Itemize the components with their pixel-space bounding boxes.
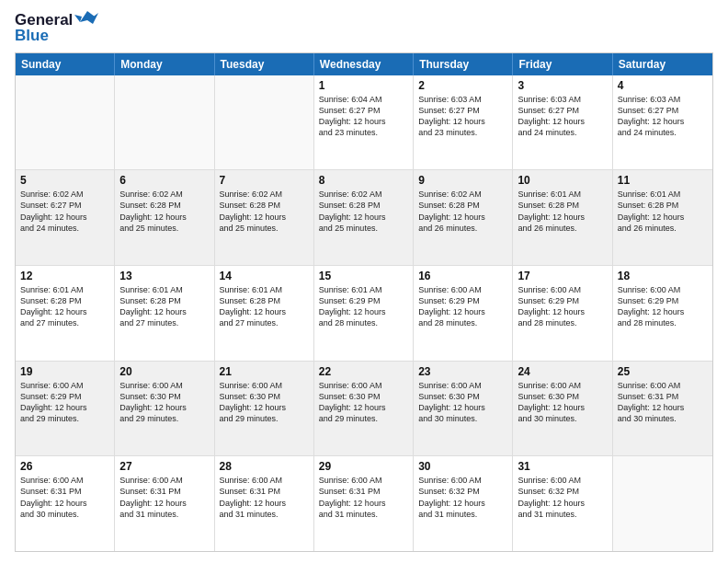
day-info: Sunrise: 6:00 AM Sunset: 6:29 PM Dayligh… [518, 284, 607, 329]
calendar-row-1: 5Sunrise: 6:02 AM Sunset: 6:27 PM Daylig… [16, 169, 712, 265]
day-info: Sunrise: 6:01 AM Sunset: 6:29 PM Dayligh… [319, 284, 408, 329]
day-info: Sunrise: 6:00 AM Sunset: 6:32 PM Dayligh… [518, 475, 607, 520]
day-cell-9: 9Sunrise: 6:02 AM Sunset: 6:28 PM Daylig… [414, 170, 513, 265]
empty-cell [16, 75, 115, 170]
day-info: Sunrise: 6:00 AM Sunset: 6:31 PM Dayligh… [119, 475, 209, 520]
day-cell-28: 28Sunrise: 6:00 AM Sunset: 6:31 PM Dayli… [215, 456, 314, 551]
day-number: 4 [618, 79, 708, 92]
day-number: 26 [20, 460, 109, 473]
empty-cell [613, 456, 712, 551]
header-day-wednesday: Wednesday [314, 53, 414, 75]
day-number: 22 [319, 365, 408, 378]
day-info: Sunrise: 6:01 AM Sunset: 6:28 PM Dayligh… [119, 284, 209, 329]
day-cell-16: 16Sunrise: 6:00 AM Sunset: 6:29 PM Dayli… [414, 266, 513, 361]
logo: General Blue [15, 11, 98, 45]
day-number: 7 [220, 174, 309, 187]
header-day-saturday: Saturday [613, 53, 712, 75]
day-cell-15: 15Sunrise: 6:01 AM Sunset: 6:29 PM Dayli… [314, 266, 414, 361]
day-number: 15 [319, 270, 408, 282]
day-cell-13: 13Sunrise: 6:01 AM Sunset: 6:28 PM Dayli… [115, 266, 214, 361]
calendar-row-3: 19Sunrise: 6:00 AM Sunset: 6:29 PM Dayli… [16, 361, 712, 456]
header-day-sunday: Sunday [16, 53, 115, 75]
day-number: 13 [119, 270, 209, 282]
day-number: 25 [618, 365, 708, 378]
logo-blue: Blue [15, 27, 98, 45]
calendar-body: 1Sunrise: 6:04 AM Sunset: 6:27 PM Daylig… [16, 75, 712, 551]
day-cell-14: 14Sunrise: 6:01 AM Sunset: 6:28 PM Dayli… [215, 266, 314, 361]
day-info: Sunrise: 6:03 AM Sunset: 6:27 PM Dayligh… [618, 94, 708, 139]
day-number: 16 [418, 270, 507, 282]
day-info: Sunrise: 6:00 AM Sunset: 6:30 PM Dayligh… [418, 380, 507, 425]
day-info: Sunrise: 6:00 AM Sunset: 6:31 PM Dayligh… [20, 475, 109, 520]
day-number: 20 [119, 365, 209, 378]
day-info: Sunrise: 6:00 AM Sunset: 6:29 PM Dayligh… [618, 284, 708, 329]
day-cell-30: 30Sunrise: 6:00 AM Sunset: 6:32 PM Dayli… [414, 456, 513, 551]
day-info: Sunrise: 6:02 AM Sunset: 6:28 PM Dayligh… [418, 189, 507, 234]
day-number: 14 [220, 270, 309, 282]
calendar: SundayMondayTuesdayWednesdayThursdayFrid… [15, 52, 713, 552]
header-day-tuesday: Tuesday [215, 53, 314, 75]
day-number: 19 [20, 365, 109, 378]
day-info: Sunrise: 6:01 AM Sunset: 6:28 PM Dayligh… [20, 284, 109, 329]
day-cell-4: 4Sunrise: 6:03 AM Sunset: 6:27 PM Daylig… [613, 75, 712, 170]
day-number: 2 [418, 79, 507, 92]
day-info: Sunrise: 6:00 AM Sunset: 6:29 PM Dayligh… [20, 380, 109, 425]
day-info: Sunrise: 6:00 AM Sunset: 6:31 PM Dayligh… [319, 475, 408, 520]
day-cell-7: 7Sunrise: 6:02 AM Sunset: 6:28 PM Daylig… [215, 170, 314, 265]
header: General Blue [15, 11, 713, 45]
day-cell-2: 2Sunrise: 6:03 AM Sunset: 6:27 PM Daylig… [414, 75, 513, 170]
day-number: 28 [220, 460, 309, 473]
day-cell-27: 27Sunrise: 6:00 AM Sunset: 6:31 PM Dayli… [115, 456, 214, 551]
day-cell-5: 5Sunrise: 6:02 AM Sunset: 6:27 PM Daylig… [16, 170, 115, 265]
calendar-row-4: 26Sunrise: 6:00 AM Sunset: 6:31 PM Dayli… [16, 455, 712, 551]
day-number: 31 [518, 460, 607, 473]
day-cell-31: 31Sunrise: 6:00 AM Sunset: 6:32 PM Dayli… [513, 456, 612, 551]
calendar-header: SundayMondayTuesdayWednesdayThursdayFrid… [16, 53, 712, 75]
page: General Blue SundayMondayTuesdayWednesda… [0, 0, 728, 563]
day-cell-12: 12Sunrise: 6:01 AM Sunset: 6:28 PM Dayli… [16, 266, 115, 361]
day-number: 24 [518, 365, 607, 378]
day-cell-6: 6Sunrise: 6:02 AM Sunset: 6:28 PM Daylig… [115, 170, 214, 265]
day-number: 12 [20, 270, 109, 282]
day-cell-29: 29Sunrise: 6:00 AM Sunset: 6:31 PM Dayli… [314, 456, 414, 551]
day-number: 17 [518, 270, 607, 282]
day-cell-26: 26Sunrise: 6:00 AM Sunset: 6:31 PM Dayli… [16, 456, 115, 551]
day-cell-23: 23Sunrise: 6:00 AM Sunset: 6:30 PM Dayli… [414, 362, 513, 456]
day-info: Sunrise: 6:02 AM Sunset: 6:28 PM Dayligh… [319, 189, 408, 234]
day-number: 10 [518, 174, 607, 187]
day-number: 29 [319, 460, 408, 473]
day-cell-1: 1Sunrise: 6:04 AM Sunset: 6:27 PM Daylig… [314, 75, 414, 170]
day-info: Sunrise: 6:00 AM Sunset: 6:32 PM Dayligh… [418, 475, 507, 520]
day-info: Sunrise: 6:00 AM Sunset: 6:31 PM Dayligh… [220, 475, 309, 520]
day-number: 27 [119, 460, 209, 473]
day-number: 8 [319, 174, 408, 187]
calendar-row-2: 12Sunrise: 6:01 AM Sunset: 6:28 PM Dayli… [16, 265, 712, 361]
empty-cell [215, 75, 314, 170]
day-number: 18 [618, 270, 708, 282]
day-info: Sunrise: 6:00 AM Sunset: 6:30 PM Dayligh… [319, 380, 408, 425]
day-info: Sunrise: 6:02 AM Sunset: 6:28 PM Dayligh… [220, 189, 309, 234]
day-info: Sunrise: 6:00 AM Sunset: 6:30 PM Dayligh… [119, 380, 209, 425]
day-info: Sunrise: 6:02 AM Sunset: 6:27 PM Dayligh… [20, 189, 109, 234]
calendar-row-0: 1Sunrise: 6:04 AM Sunset: 6:27 PM Daylig… [16, 75, 712, 170]
day-info: Sunrise: 6:04 AM Sunset: 6:27 PM Dayligh… [319, 94, 408, 139]
day-info: Sunrise: 6:00 AM Sunset: 6:30 PM Dayligh… [518, 380, 607, 425]
day-cell-3: 3Sunrise: 6:03 AM Sunset: 6:27 PM Daylig… [513, 75, 612, 170]
day-cell-24: 24Sunrise: 6:00 AM Sunset: 6:30 PM Dayli… [513, 362, 612, 456]
empty-cell [115, 75, 214, 170]
day-cell-20: 20Sunrise: 6:00 AM Sunset: 6:30 PM Dayli… [115, 362, 214, 456]
header-day-friday: Friday [513, 53, 612, 75]
day-number: 3 [518, 79, 607, 92]
day-info: Sunrise: 6:03 AM Sunset: 6:27 PM Dayligh… [518, 94, 607, 139]
day-number: 23 [418, 365, 507, 378]
day-info: Sunrise: 6:00 AM Sunset: 6:30 PM Dayligh… [220, 380, 309, 425]
day-number: 11 [618, 174, 708, 187]
day-cell-10: 10Sunrise: 6:01 AM Sunset: 6:28 PM Dayli… [513, 170, 612, 265]
day-info: Sunrise: 6:01 AM Sunset: 6:28 PM Dayligh… [518, 189, 607, 234]
day-info: Sunrise: 6:03 AM Sunset: 6:27 PM Dayligh… [418, 94, 507, 139]
day-number: 21 [220, 365, 309, 378]
day-number: 6 [119, 174, 209, 187]
day-number: 1 [319, 79, 408, 92]
day-info: Sunrise: 6:00 AM Sunset: 6:29 PM Dayligh… [418, 284, 507, 329]
day-cell-22: 22Sunrise: 6:00 AM Sunset: 6:30 PM Dayli… [314, 362, 414, 456]
